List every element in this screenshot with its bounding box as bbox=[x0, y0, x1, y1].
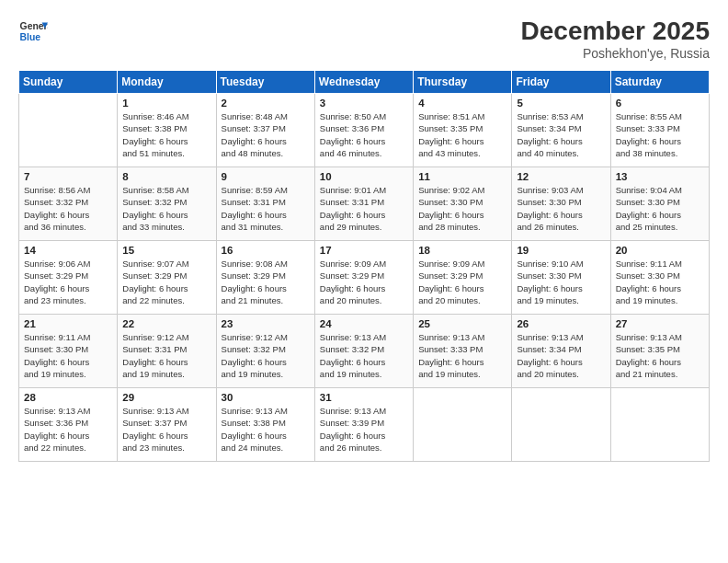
col-monday: Monday bbox=[118, 71, 216, 94]
day-number: 14 bbox=[24, 245, 112, 256]
col-wednesday: Wednesday bbox=[314, 71, 413, 94]
day-info: Sunrise: 9:12 AM Sunset: 3:31 PM Dayligh… bbox=[122, 331, 210, 380]
location: Poshekhon'ye, Russia bbox=[521, 46, 710, 61]
calendar-cell: 13Sunrise: 9:04 AM Sunset: 3:30 PM Dayli… bbox=[610, 167, 709, 241]
calendar-cell: 11Sunrise: 9:02 AM Sunset: 3:30 PM Dayli… bbox=[414, 167, 512, 241]
col-saturday: Saturday bbox=[610, 71, 709, 94]
calendar-week-2: 7Sunrise: 8:56 AM Sunset: 3:32 PM Daylig… bbox=[19, 167, 710, 241]
day-number: 26 bbox=[517, 318, 605, 329]
day-number: 19 bbox=[517, 245, 605, 256]
day-info: Sunrise: 9:06 AM Sunset: 3:29 PM Dayligh… bbox=[24, 258, 112, 306]
day-info: Sunrise: 9:13 AM Sunset: 3:35 PM Dayligh… bbox=[616, 331, 704, 380]
day-number: 24 bbox=[320, 318, 408, 329]
day-number: 4 bbox=[418, 98, 506, 109]
day-info: Sunrise: 9:03 AM Sunset: 3:30 PM Dayligh… bbox=[517, 184, 605, 233]
day-info: Sunrise: 9:11 AM Sunset: 3:30 PM Dayligh… bbox=[24, 331, 112, 380]
calendar-cell: 10Sunrise: 9:01 AM Sunset: 3:31 PM Dayli… bbox=[314, 167, 413, 241]
calendar-cell: 3Sunrise: 8:50 AM Sunset: 3:36 PM Daylig… bbox=[314, 94, 413, 167]
day-info: Sunrise: 8:46 AM Sunset: 3:38 PM Dayligh… bbox=[122, 110, 210, 159]
calendar-cell bbox=[414, 388, 512, 462]
header-row: Sunday Monday Tuesday Wednesday Thursday… bbox=[19, 71, 710, 94]
calendar-table: Sunday Monday Tuesday Wednesday Thursday… bbox=[18, 70, 710, 462]
col-sunday: Sunday bbox=[19, 71, 118, 94]
calendar-cell: 22Sunrise: 9:12 AM Sunset: 3:31 PM Dayli… bbox=[118, 315, 216, 388]
day-info: Sunrise: 9:01 AM Sunset: 3:31 PM Dayligh… bbox=[320, 184, 408, 233]
col-tuesday: Tuesday bbox=[216, 71, 314, 94]
calendar-cell: 4Sunrise: 8:51 AM Sunset: 3:35 PM Daylig… bbox=[414, 94, 512, 167]
calendar-cell: 30Sunrise: 9:13 AM Sunset: 3:38 PM Dayli… bbox=[216, 388, 314, 462]
day-info: Sunrise: 9:09 AM Sunset: 3:29 PM Dayligh… bbox=[320, 258, 408, 306]
day-info: Sunrise: 9:13 AM Sunset: 3:39 PM Dayligh… bbox=[320, 405, 408, 454]
day-number: 22 bbox=[122, 318, 210, 329]
page: General Blue December 2025 Poshekhon'ye,… bbox=[0, 0, 728, 563]
calendar-cell: 16Sunrise: 9:08 AM Sunset: 3:29 PM Dayli… bbox=[216, 241, 314, 315]
day-info: Sunrise: 9:11 AM Sunset: 3:30 PM Dayligh… bbox=[616, 258, 704, 306]
day-info: Sunrise: 8:55 AM Sunset: 3:33 PM Dayligh… bbox=[616, 110, 704, 159]
header: General Blue December 2025 Poshekhon'ye,… bbox=[18, 17, 710, 61]
day-number: 13 bbox=[616, 171, 704, 182]
calendar-body: 1Sunrise: 8:46 AM Sunset: 3:38 PM Daylig… bbox=[19, 94, 710, 462]
day-info: Sunrise: 9:13 AM Sunset: 3:33 PM Dayligh… bbox=[418, 331, 506, 380]
calendar-cell: 31Sunrise: 9:13 AM Sunset: 3:39 PM Dayli… bbox=[314, 388, 413, 462]
calendar-cell bbox=[19, 94, 118, 167]
day-number: 6 bbox=[616, 98, 704, 109]
calendar-cell: 18Sunrise: 9:09 AM Sunset: 3:29 PM Dayli… bbox=[414, 241, 512, 315]
day-info: Sunrise: 8:50 AM Sunset: 3:36 PM Dayligh… bbox=[320, 110, 408, 159]
svg-text:Blue: Blue bbox=[20, 32, 41, 42]
calendar-week-1: 1Sunrise: 8:46 AM Sunset: 3:38 PM Daylig… bbox=[19, 94, 710, 167]
day-info: Sunrise: 9:12 AM Sunset: 3:32 PM Dayligh… bbox=[222, 331, 310, 380]
calendar-cell: 27Sunrise: 9:13 AM Sunset: 3:35 PM Dayli… bbox=[610, 315, 709, 388]
logo-icon: General Blue bbox=[18, 17, 48, 46]
day-info: Sunrise: 9:13 AM Sunset: 3:34 PM Dayligh… bbox=[517, 331, 605, 380]
month-title: December 2025 bbox=[521, 17, 710, 46]
day-number: 16 bbox=[222, 245, 310, 256]
calendar-week-4: 21Sunrise: 9:11 AM Sunset: 3:30 PM Dayli… bbox=[19, 315, 710, 388]
day-info: Sunrise: 8:51 AM Sunset: 3:35 PM Dayligh… bbox=[418, 110, 506, 159]
day-info: Sunrise: 8:53 AM Sunset: 3:34 PM Dayligh… bbox=[517, 110, 605, 159]
calendar-cell: 19Sunrise: 9:10 AM Sunset: 3:30 PM Dayli… bbox=[512, 241, 610, 315]
day-number: 27 bbox=[616, 318, 704, 329]
day-number: 20 bbox=[616, 245, 704, 256]
calendar-cell bbox=[512, 388, 610, 462]
day-number: 11 bbox=[418, 171, 506, 182]
day-number: 9 bbox=[222, 171, 310, 182]
calendar-cell: 14Sunrise: 9:06 AM Sunset: 3:29 PM Dayli… bbox=[19, 241, 118, 315]
day-info: Sunrise: 9:09 AM Sunset: 3:29 PM Dayligh… bbox=[418, 258, 506, 306]
day-info: Sunrise: 9:13 AM Sunset: 3:32 PM Dayligh… bbox=[320, 331, 408, 380]
day-number: 8 bbox=[122, 171, 210, 182]
day-number: 25 bbox=[418, 318, 506, 329]
day-number: 12 bbox=[517, 171, 605, 182]
day-info: Sunrise: 8:56 AM Sunset: 3:32 PM Dayligh… bbox=[24, 184, 112, 233]
day-info: Sunrise: 9:04 AM Sunset: 3:30 PM Dayligh… bbox=[616, 184, 704, 233]
calendar-cell: 29Sunrise: 9:13 AM Sunset: 3:37 PM Dayli… bbox=[118, 388, 216, 462]
day-info: Sunrise: 8:58 AM Sunset: 3:32 PM Dayligh… bbox=[122, 184, 210, 233]
calendar-week-5: 28Sunrise: 9:13 AM Sunset: 3:36 PM Dayli… bbox=[19, 388, 710, 462]
day-info: Sunrise: 9:13 AM Sunset: 3:38 PM Dayligh… bbox=[222, 405, 310, 454]
calendar-cell: 8Sunrise: 8:58 AM Sunset: 3:32 PM Daylig… bbox=[118, 167, 216, 241]
day-number: 30 bbox=[222, 392, 310, 403]
day-number: 21 bbox=[24, 318, 112, 329]
calendar-cell: 21Sunrise: 9:11 AM Sunset: 3:30 PM Dayli… bbox=[19, 315, 118, 388]
day-number: 23 bbox=[222, 318, 310, 329]
day-info: Sunrise: 9:10 AM Sunset: 3:30 PM Dayligh… bbox=[517, 258, 605, 306]
day-number: 7 bbox=[24, 171, 112, 182]
calendar-cell: 25Sunrise: 9:13 AM Sunset: 3:33 PM Dayli… bbox=[414, 315, 512, 388]
calendar-cell: 28Sunrise: 9:13 AM Sunset: 3:36 PM Dayli… bbox=[19, 388, 118, 462]
calendar-cell: 2Sunrise: 8:48 AM Sunset: 3:37 PM Daylig… bbox=[216, 94, 314, 167]
calendar-cell: 1Sunrise: 8:46 AM Sunset: 3:38 PM Daylig… bbox=[118, 94, 216, 167]
calendar-cell: 9Sunrise: 8:59 AM Sunset: 3:31 PM Daylig… bbox=[216, 167, 314, 241]
day-number: 15 bbox=[122, 245, 210, 256]
day-number: 28 bbox=[24, 392, 112, 403]
calendar-cell: 7Sunrise: 8:56 AM Sunset: 3:32 PM Daylig… bbox=[19, 167, 118, 241]
calendar-cell: 26Sunrise: 9:13 AM Sunset: 3:34 PM Dayli… bbox=[512, 315, 610, 388]
col-thursday: Thursday bbox=[414, 71, 512, 94]
calendar-cell: 5Sunrise: 8:53 AM Sunset: 3:34 PM Daylig… bbox=[512, 94, 610, 167]
day-info: Sunrise: 9:08 AM Sunset: 3:29 PM Dayligh… bbox=[222, 258, 310, 306]
day-number: 18 bbox=[418, 245, 506, 256]
day-number: 10 bbox=[320, 171, 408, 182]
day-info: Sunrise: 8:59 AM Sunset: 3:31 PM Dayligh… bbox=[222, 184, 310, 233]
day-info: Sunrise: 9:02 AM Sunset: 3:30 PM Dayligh… bbox=[418, 184, 506, 233]
logo: General Blue bbox=[18, 17, 48, 46]
day-number: 17 bbox=[320, 245, 408, 256]
calendar-cell: 6Sunrise: 8:55 AM Sunset: 3:33 PM Daylig… bbox=[610, 94, 709, 167]
